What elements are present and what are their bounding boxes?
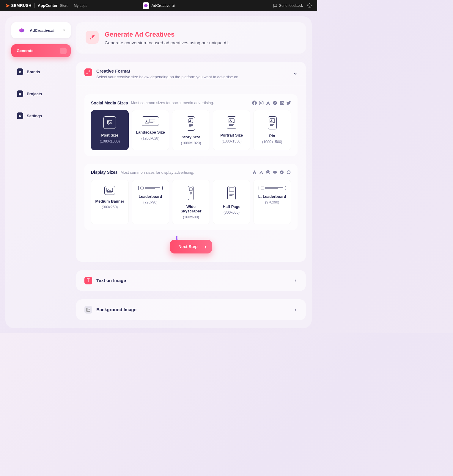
rocket-icon: [86, 31, 99, 44]
center-app-indicator[interactable]: AdCreative.ai: [142, 2, 174, 9]
size-preview-icon: [187, 116, 195, 131]
social-section: Social Media Sizes Most common sizes for…: [84, 94, 298, 156]
svg-point-7: [108, 121, 109, 122]
size-preview-icon: [103, 116, 116, 129]
facebook-icon: [252, 100, 257, 105]
panel-title: Creative Format: [96, 68, 239, 73]
semrush-logo[interactable]: ➤ SEMRUSH: [5, 2, 32, 9]
app-selector[interactable]: AdCreative.ai ▼: [11, 22, 71, 38]
svg-rect-13: [189, 119, 193, 123]
svg-rect-8: [145, 119, 149, 123]
size-preview-icon: [259, 186, 286, 190]
svg-point-19: [230, 120, 231, 121]
background-image-panel[interactable]: Background Image: [76, 299, 306, 320]
svg-point-0: [309, 5, 310, 6]
svg-point-4: [273, 101, 277, 105]
sidebar-item-settings[interactable]: ✿ Settings: [11, 108, 71, 123]
social-title: Social Media Sizes: [91, 101, 128, 105]
layers-icon: ▣: [17, 90, 23, 97]
instagram-icon: [259, 100, 264, 105]
store-link[interactable]: Store: [60, 4, 68, 8]
brand-text: SEMRUSH: [11, 3, 32, 8]
sidebar-item-projects[interactable]: ▣ Projects: [11, 86, 71, 101]
display-subtitle: Most common sizes for display advertisin…: [121, 170, 252, 175]
svg-point-23: [271, 120, 272, 121]
size-card-portrait[interactable]: Portrait Size (1080x1350): [213, 110, 251, 150]
caret-down-icon: ▼: [63, 29, 65, 32]
adcreative-icon: [142, 2, 149, 9]
svg-point-3: [262, 101, 262, 102]
size-card-half-page[interactable]: Half Page (300x600): [213, 180, 251, 224]
size-preview-icon: [227, 186, 236, 200]
chevron-right-icon[interactable]: [293, 308, 298, 312]
svg-point-27: [267, 171, 269, 173]
size-preview-icon: [138, 186, 163, 190]
star-icon: ★: [17, 68, 23, 75]
sidebar: AdCreative.ai ▼ Generate ★ Brands ▣ Proj…: [11, 22, 71, 322]
flame-icon: ➤: [5, 2, 10, 9]
size-preview-icon: [104, 186, 115, 195]
svg-point-2: [260, 102, 262, 104]
svg-point-50: [87, 309, 88, 309]
size-preview-icon: [188, 186, 194, 200]
appcenter-label[interactable]: AppCenter: [38, 3, 57, 8]
feedback-button[interactable]: Send feedback: [273, 4, 303, 8]
svg-rect-37: [189, 188, 192, 191]
panel-subtitle: Select your creative size below dependin…: [96, 75, 239, 79]
target-icon: [265, 170, 270, 175]
size-card-story[interactable]: Story Size (1080x1920): [172, 110, 210, 150]
pinterest-icon: [272, 100, 277, 105]
hero: Generate Ad Creatives Generate conversio…: [76, 22, 306, 54]
svg-rect-45: [261, 187, 264, 189]
content: Generate Ad Creatives Generate conversio…: [76, 22, 306, 322]
divider: [34, 3, 35, 8]
svg-rect-18: [229, 119, 234, 123]
size-card-wide-skyscraper[interactable]: Wide Skyscraper (160x600): [172, 180, 210, 224]
next-step-button[interactable]: Next Step: [170, 240, 212, 253]
panel-header-format[interactable]: Creative Format Select your creative siz…: [76, 62, 306, 86]
chevron-right-icon[interactable]: [293, 278, 298, 283]
app-selector-label: AdCreative.ai: [30, 28, 60, 33]
hero-title: Generate Ad Creatives: [105, 31, 229, 38]
size-preview-icon: [227, 116, 236, 129]
size-card-leaderboard[interactable]: Leaderboard (728x90): [132, 180, 169, 224]
svg-rect-34: [141, 187, 144, 189]
sidebar-item-brands[interactable]: ★ Brands: [11, 64, 71, 79]
image-icon: [84, 306, 92, 314]
myapps-link[interactable]: My apps: [74, 4, 87, 8]
svg-point-30: [287, 171, 290, 174]
size-card-l-leaderboard[interactable]: L. Leaderboard (970x90): [253, 180, 291, 224]
expand-icon: [84, 68, 92, 76]
linkedin-icon: [279, 100, 284, 105]
text-icon: T: [84, 277, 92, 284]
google-ads-icon: [252, 170, 257, 175]
size-preview-icon: [142, 116, 159, 126]
size-card-medium-banner[interactable]: Medium Banner (300x250): [91, 180, 129, 224]
size-card-landscape[interactable]: Landscape Size (1200x628): [132, 110, 169, 150]
chevron-down-icon[interactable]: [293, 71, 298, 76]
creative-format-panel: Creative Format Select your creative siz…: [76, 62, 306, 262]
feedback-icon: [273, 4, 277, 8]
settings-icon[interactable]: [307, 3, 312, 8]
display-title: Display Sizes: [91, 170, 118, 175]
display-section: Display Sizes Most common sizes for disp…: [84, 164, 298, 230]
text-on-image-panel[interactable]: T Text on Image: [76, 270, 306, 291]
svg-point-14: [190, 120, 191, 121]
gear-icon: ✿: [17, 112, 23, 119]
svg-point-9: [146, 120, 147, 121]
sidebar-item-generate[interactable]: Generate: [11, 44, 71, 57]
center-app-label: AdCreative.ai: [151, 3, 174, 8]
svg-rect-41: [229, 188, 234, 191]
svg-point-28: [273, 171, 277, 173]
criteo-icon: [286, 170, 291, 175]
adroll-icon: [259, 170, 264, 175]
svg-rect-22: [270, 119, 275, 123]
top-nav: Store My apps: [60, 4, 87, 8]
google-ads-icon: [265, 100, 270, 105]
display-platform-icons: [252, 170, 291, 175]
amazon-icon: [272, 170, 277, 175]
size-card-pin[interactable]: Pin (1000x1500): [253, 110, 291, 150]
social-subtitle: Most common sizes for social media adver…: [131, 101, 252, 105]
size-card-post[interactable]: Post Size (1080x1080): [91, 110, 129, 150]
taboola-icon: [279, 170, 284, 175]
